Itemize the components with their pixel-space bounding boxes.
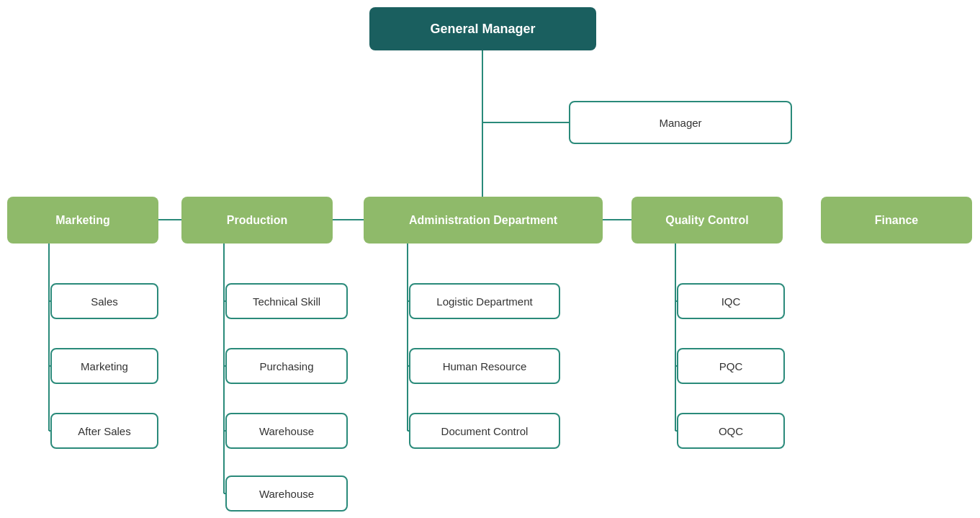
sales-box: Sales [50, 283, 158, 319]
admin-dept-label: Administration Department [409, 214, 557, 227]
general-manager-box: General Manager [369, 7, 596, 50]
after-sales-label: After Sales [78, 425, 130, 437]
admin-dept-box: Administration Department [364, 197, 603, 244]
marketing-sub-box: Marketing [50, 348, 158, 384]
document-control-box: Document Control [409, 413, 560, 449]
purchasing-label: Purchasing [259, 360, 313, 372]
production-dept-label: Production [227, 214, 287, 227]
technical-skill-label: Technical Skill [253, 295, 320, 308]
logistic-box: Logistic Department [409, 283, 560, 319]
warehouse1-box: Warehouse [225, 413, 348, 449]
production-dept-box: Production [181, 197, 333, 244]
human-resource-box: Human Resource [409, 348, 560, 384]
finance-dept-box: Finance [821, 197, 972, 244]
pqc-box: PQC [677, 348, 785, 384]
pqc-label: PQC [719, 360, 743, 372]
iqc-label: IQC [721, 295, 741, 308]
document-control-label: Document Control [441, 425, 529, 437]
purchasing-box: Purchasing [225, 348, 348, 384]
marketing-dept-label: Marketing [55, 214, 110, 227]
logistic-label: Logistic Department [436, 295, 532, 308]
human-resource-label: Human Resource [443, 360, 527, 372]
quality-dept-label: Quality Control [665, 214, 749, 227]
oqc-label: OQC [719, 425, 743, 437]
marketing-dept-box: Marketing [7, 197, 158, 244]
warehouse2-box: Warehouse [225, 475, 348, 512]
warehouse1-label: Warehouse [259, 425, 314, 437]
manager-label: Manager [659, 117, 701, 129]
marketing-sub-label: Marketing [81, 360, 128, 372]
org-chart: General Manager Manager Marketing Produc… [0, 0, 980, 518]
after-sales-box: After Sales [50, 413, 158, 449]
general-manager-label: General Manager [430, 22, 535, 37]
manager-box: Manager [569, 101, 792, 144]
oqc-box: OQC [677, 413, 785, 449]
quality-dept-box: Quality Control [631, 197, 783, 244]
iqc-box: IQC [677, 283, 785, 319]
sales-label: Sales [91, 295, 118, 308]
finance-dept-label: Finance [875, 214, 918, 227]
warehouse2-label: Warehouse [259, 488, 314, 500]
technical-skill-box: Technical Skill [225, 283, 348, 319]
